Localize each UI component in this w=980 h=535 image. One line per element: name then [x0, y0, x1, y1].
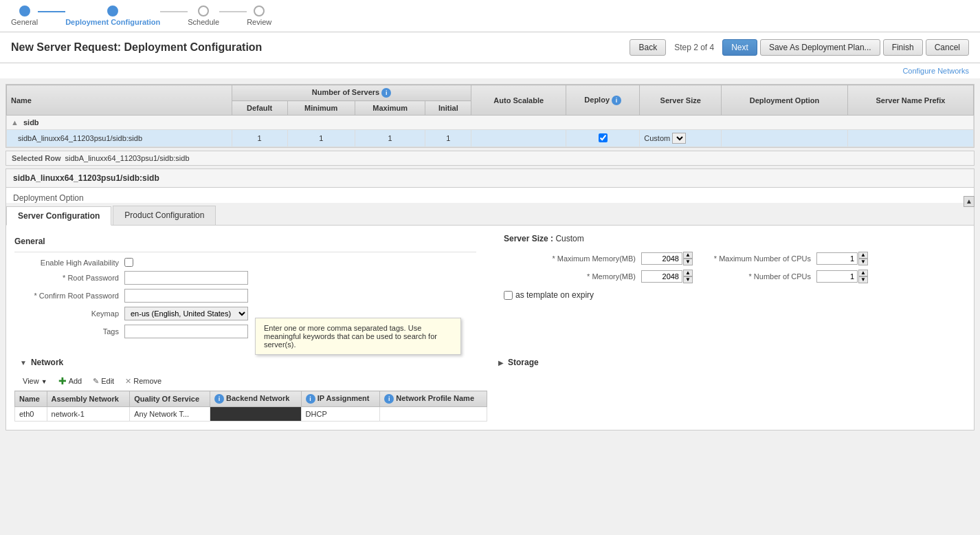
max-memory-spinner-btns: ▲ ▼: [683, 252, 693, 265]
col-default: Default: [232, 101, 287, 116]
network-section-header[interactable]: ▼ Network: [14, 353, 487, 371]
step-label-review: Review: [247, 18, 271, 26]
general-section: General Enable High Availability * Root …: [14, 234, 476, 342]
row-name: sidbA_linuxx64_11203psu1/sidb:sidb: [7, 130, 232, 147]
num-cpus-up[interactable]: ▲: [858, 270, 868, 276]
x-icon: ✕: [125, 377, 131, 386]
tags-label: Tags: [14, 327, 124, 336]
cancel-button[interactable]: Cancel: [926, 39, 969, 56]
col-initial: Initial: [425, 101, 471, 116]
memory-input[interactable]: [641, 270, 682, 283]
confirm-password-input[interactable]: [124, 289, 248, 303]
back-button[interactable]: Back: [630, 39, 666, 56]
col-num-servers: Number of Servers i: [232, 85, 471, 101]
max-memory-input[interactable]: [641, 252, 682, 265]
profile-info-icon[interactable]: i: [384, 394, 394, 404]
network-row[interactable]: eth0 network-1 Any Network T... DHCP: [15, 407, 487, 422]
col-deploy: Deploy i: [566, 85, 640, 116]
root-password-input[interactable]: [124, 271, 248, 285]
view-button[interactable]: View: [20, 375, 50, 386]
server-size-dropdown[interactable]: Custom: [672, 133, 686, 144]
tab-server-configuration[interactable]: Server Configuration: [6, 206, 111, 226]
add-button[interactable]: ✚ Add: [56, 374, 85, 388]
tags-input[interactable]: [124, 325, 248, 338]
deployment-option-label: Deployment Option: [6, 188, 974, 203]
ip-info-icon[interactable]: i: [306, 394, 315, 404]
group-row-sidb: ▲ sidb: [7, 116, 974, 130]
deploy-checkbox[interactable]: [599, 133, 608, 142]
max-memory-down[interactable]: ▼: [683, 259, 693, 265]
scroll-up-button[interactable]: ▲: [964, 196, 975, 207]
general-section-title: General: [14, 234, 476, 252]
max-memory-spinner: ▲ ▼: [641, 252, 693, 265]
net-col-qos: Quality Of Service: [130, 391, 210, 407]
configure-networks-bar: Configure Networks: [0, 63, 980, 78]
backend-info-icon[interactable]: i: [214, 394, 224, 404]
net-qos: Any Network T...: [130, 407, 210, 422]
toolbar-buttons: Back Step 2 of 4 Next Save As Deployment…: [630, 39, 969, 56]
row-auto-scalable: [471, 130, 566, 147]
max-memory-up[interactable]: ▲: [683, 252, 693, 259]
tabs-container: Server Configuration Product Configurati…: [6, 203, 974, 226]
wizard-step-schedule[interactable]: Schedule: [188, 6, 219, 26]
net-ip: DHCP: [301, 407, 380, 422]
table-row[interactable]: sidbA_linuxx64_11203psu1/sidb:sidb 1 1 1…: [7, 130, 974, 147]
template-row: as template on expiry: [504, 290, 966, 300]
wizard-step-review[interactable]: Review: [247, 6, 271, 26]
detail-title: sidbA_linuxx64_11203psu1/sidb:sidb: [6, 169, 974, 188]
root-password-label: * Root Password: [14, 274, 124, 282]
max-cpus-down[interactable]: ▼: [858, 259, 868, 265]
connector-1: [38, 11, 65, 12]
col-server-size: Server Size: [640, 85, 722, 116]
num-servers-label: Number of Servers: [312, 88, 379, 96]
save-as-plan-button[interactable]: Save As Deployment Plan...: [760, 39, 880, 56]
net-profile: [380, 407, 487, 422]
finish-button[interactable]: Finish: [883, 39, 923, 56]
num-cpus-input[interactable]: [816, 270, 858, 283]
deployment-table-container: Name Number of Servers i Auto Scalable D…: [5, 84, 975, 148]
col-auto-scalable: Auto Scalable: [471, 85, 566, 116]
num-servers-info-icon[interactable]: i: [381, 88, 391, 98]
net-col-profile: i Network Profile Name: [380, 391, 487, 407]
detail-section: sidbA_linuxx64_11203psu1/sidb:sidb Deplo…: [5, 168, 975, 430]
wizard-step-deployment[interactable]: Deployment Configuration: [65, 6, 160, 26]
col-name: Name: [7, 85, 232, 116]
confirm-password-row: * Confirm Root Password: [14, 289, 476, 303]
tab-product-configuration[interactable]: Product Configuration: [113, 206, 216, 225]
net-col-ip: i IP Assignment: [301, 391, 380, 407]
group-name-sidb: ▲ sidb: [7, 116, 974, 130]
configure-networks-link[interactable]: Configure Networks: [902, 67, 969, 75]
edit-button[interactable]: ✎ Edit: [90, 375, 117, 387]
keymap-select[interactable]: en-us (English, United States): [124, 307, 248, 320]
deploy-label: Deploy: [584, 96, 610, 104]
row-initial: 1: [425, 130, 471, 147]
group-collapse-icon[interactable]: ▲: [11, 118, 19, 127]
remove-button[interactable]: ✕ Remove: [122, 375, 164, 387]
connector-3: [219, 11, 247, 12]
template-checkbox[interactable]: [504, 291, 513, 300]
ha-row: Enable High Availability: [14, 258, 476, 267]
num-cpus-down[interactable]: ▼: [858, 276, 868, 283]
step-circle-general: [19, 6, 30, 17]
step-info: Step 2 of 4: [669, 43, 720, 52]
deploy-info-icon[interactable]: i: [612, 96, 621, 105]
tags-row: Tags Enter one or more comma separated t…: [14, 325, 476, 338]
next-button[interactable]: Next: [722, 39, 757, 56]
memory-down[interactable]: ▼: [683, 276, 693, 283]
wizard-header: General Deployment Configuration Schedul…: [0, 0, 980, 32]
memory-row: * Memory(MB) ▲ ▼ * Number of CPUs: [504, 270, 966, 283]
storage-section-header[interactable]: ▶ Storage: [493, 353, 966, 371]
memory-up[interactable]: ▲: [683, 270, 693, 276]
ha-checkbox[interactable]: [124, 258, 133, 267]
max-cpus-input[interactable]: [816, 252, 858, 265]
step-label-schedule: Schedule: [188, 18, 219, 26]
row-minimum: 1: [287, 130, 355, 147]
network-toolbar: View ✚ Add ✎ Edit ✕: [14, 371, 487, 391]
row-maximum: 1: [355, 130, 425, 147]
row-server-size: Custom Custom: [640, 130, 722, 147]
step-label-general: General: [11, 18, 38, 26]
wizard-step-general[interactable]: General: [11, 6, 38, 26]
server-size-header: Server Size : Custom: [504, 234, 966, 243]
max-cpus-up[interactable]: ▲: [858, 252, 868, 259]
row-deploy: [566, 130, 640, 147]
